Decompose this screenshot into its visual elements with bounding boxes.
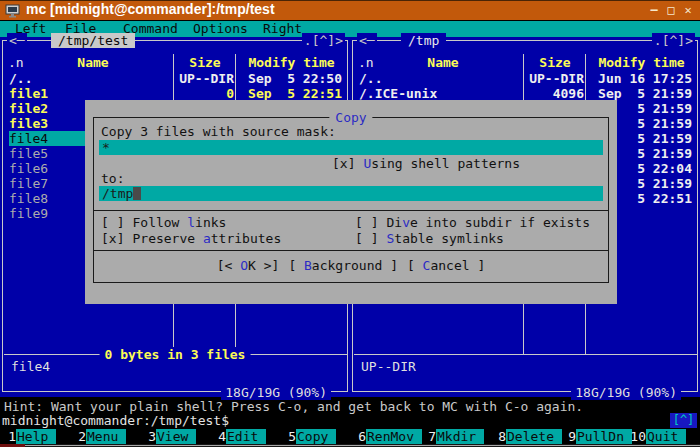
fkey-renmov[interactable]: 6RenMov — [350, 429, 420, 444]
fkey-quit[interactable]: 10Quit — [630, 429, 700, 444]
source-mask-label: Copy 3 files with source mask: — [101, 124, 336, 139]
fkey-view[interactable]: 3View — [140, 429, 210, 444]
panel-buttons-icon[interactable]: .[^]> — [652, 33, 695, 48]
function-key-bar: 1Help 2Menu 3View 4Edit 5Copy 6RenMov 7M… — [0, 429, 700, 444]
shell-patterns-checkbox[interactable]: [x]Using shell patterns — [332, 156, 520, 171]
window-title: mc [midnight@commander]:/tmp/test — [26, 2, 275, 17]
column-header-name[interactable]: Name — [33, 55, 153, 70]
panel-history-back-icon[interactable]: <─ — [7, 33, 27, 48]
menu-right[interactable]: Right — [263, 21, 302, 36]
column-header-mtime[interactable]: Modify time — [237, 55, 346, 70]
text-cursor — [133, 187, 141, 200]
sort-indicator[interactable]: .n — [358, 55, 374, 70]
terminal-app-icon — [5, 4, 20, 21]
follow-links-checkbox[interactable]: [ ]Follow links — [101, 215, 226, 230]
window-titlebar: mc [midnight@commander]:/tmp/test – □ ✕ — [0, 0, 700, 20]
sort-indicator[interactable]: .n — [8, 55, 24, 70]
fkey-copy[interactable]: 5Copy — [280, 429, 350, 444]
terminal-window: mc [midnight@commander]:/tmp/test – □ ✕ … — [0, 0, 700, 447]
dive-into-subdir-checkbox[interactable]: [ ]Dive into subdir if exists — [355, 215, 590, 230]
dialog-divider — [93, 250, 609, 251]
fkey-delete[interactable]: 8Delete — [490, 429, 560, 444]
dialog-button-row: [< OK >] [ Background ] [ Cancel ] — [93, 258, 609, 273]
fkey-menu[interactable]: 2Menu — [70, 429, 140, 444]
right-free-space: 18G/19G (90%) — [571, 385, 681, 400]
panel-history-back-icon[interactable]: <─ — [357, 33, 377, 48]
minimize-button[interactable]: – — [646, 3, 662, 18]
menu-options[interactable]: Options — [193, 21, 248, 36]
left-free-space: 18G/19G (90%) — [221, 385, 331, 400]
fkey-edit[interactable]: 4Edit — [210, 429, 280, 444]
file-row[interactable]: /..UP--DIRSep 5 22:50 — [4, 71, 346, 86]
shell-prompt[interactable]: midnight@commander:/tmp/test$ — [2, 413, 229, 428]
destination-input[interactable]: /tmp — [99, 186, 603, 201]
file-row[interactable]: /.ICE-unix4096Sep 5 21:59 — [354, 86, 696, 101]
dialog-title: Copy — [329, 110, 372, 125]
panel-buttons-icon[interactable]: .[^]> — [302, 33, 345, 48]
copy-dialog: Copy Copy 3 files with source mask: * [x… — [85, 100, 617, 304]
file-row[interactable]: file10Sep 5 22:51 — [4, 86, 346, 101]
column-header-size[interactable]: Size — [524, 55, 586, 70]
tagged-files-summary: 0 bytes in 3 files — [100, 347, 251, 362]
dialog-divider — [93, 210, 609, 211]
ok-button[interactable]: [< OK >] — [217, 258, 280, 273]
fkey-mkdir[interactable]: 7Mkdir — [420, 429, 490, 444]
fkey-help[interactable]: 1Help — [0, 429, 70, 444]
left-mini-status: file4 — [11, 359, 50, 374]
maximize-button[interactable]: □ — [663, 3, 679, 18]
left-panel-path[interactable]: /tmp/test — [51, 33, 135, 48]
file-row[interactable]: /..UP--DIRJun 16 17:25 — [354, 71, 696, 86]
column-header-mtime[interactable]: Modify time — [587, 55, 696, 70]
column-header-name[interactable]: Name — [383, 55, 503, 70]
close-button[interactable]: ✕ — [680, 3, 696, 18]
frame-line — [25, 445, 700, 446]
scroll-up-icon[interactable]: [^] — [670, 413, 697, 428]
hint-line: Hint: Want your plain shell? Press C-o, … — [4, 399, 583, 414]
right-panel-path[interactable]: /tmp — [401, 33, 446, 48]
fkey-pulldn[interactable]: 9PullDn — [560, 429, 630, 444]
preserve-attributes-checkbox[interactable]: [x]Preserve attributes — [101, 231, 281, 246]
cancel-button[interactable]: [ Cancel ] — [407, 258, 485, 273]
source-mask-input[interactable]: * — [99, 140, 603, 155]
panel-separator — [354, 354, 697, 355]
to-label: to: — [101, 171, 124, 186]
background-button[interactable]: [ Background ] — [288, 258, 398, 273]
column-header-size[interactable]: Size — [174, 55, 236, 70]
stable-symlinks-checkbox[interactable]: [ ]Stable symlinks — [355, 231, 504, 246]
right-mini-status: UP--DIR — [361, 359, 416, 374]
